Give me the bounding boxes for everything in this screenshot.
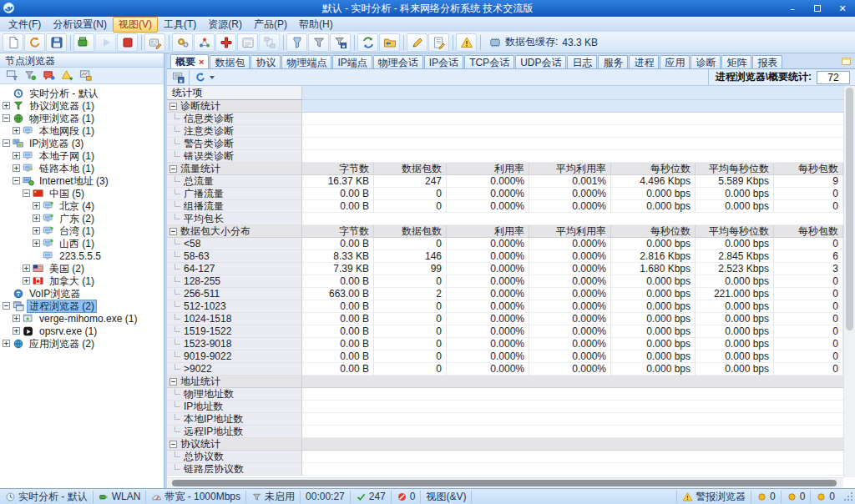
menu-item-4[interactable]: 工具(T) (158, 17, 202, 33)
tree-item-label[interactable]: Internet地址 (3) (38, 175, 110, 187)
tree-item[interactable]: +opsrv.exe (1) (0, 325, 164, 337)
tab-1[interactable]: 概要× (170, 54, 209, 68)
expand-icon[interactable]: + (33, 214, 40, 222)
tree-item[interactable]: −Internet地址 (3) (0, 174, 164, 187)
tree-item[interactable]: +verge-mihomo.exe (1) (0, 312, 164, 325)
tab-2[interactable]: 数据包 (210, 55, 250, 68)
tree-item[interactable]: −进程浏览器 (2) (0, 300, 164, 312)
advanced-filter-button[interactable] (23, 68, 38, 83)
column-header[interactable]: 每秒位数 (611, 225, 696, 238)
tree-item[interactable]: VoIP浏览器 (0, 287, 164, 300)
tree-item[interactable]: +协议浏览器 (1) (0, 99, 164, 112)
tree-item-label[interactable]: 美国 (2) (48, 263, 86, 275)
tree-item[interactable]: +链路本地 (1) (0, 162, 164, 174)
column-header[interactable]: 平均每秒位数 (696, 163, 774, 175)
tab-3[interactable]: 协议 (250, 55, 281, 68)
expand-icon[interactable]: + (23, 277, 30, 285)
column-header[interactable]: 平均利用率 (529, 163, 611, 175)
tree-item[interactable]: +本地网段 (1) (0, 124, 164, 137)
reopen-button[interactable] (24, 33, 45, 52)
maximize-button[interactable] (805, 0, 830, 17)
tree-item-label[interactable]: 中国 (5) (48, 188, 86, 199)
column-header[interactable]: 利用率 (447, 163, 529, 175)
collapse-icon[interactable]: − (169, 441, 177, 448)
expand-icon[interactable]: + (33, 227, 40, 234)
tab-14[interactable]: 诊断 (691, 55, 721, 68)
column-header[interactable]: 数据包数 (374, 225, 447, 238)
menu-item-1[interactable]: 文件(F) (3, 17, 47, 33)
tree-item[interactable]: +山西 (1) (0, 237, 164, 249)
expand-icon[interactable]: + (13, 164, 20, 172)
status-view-menu[interactable]: 视图(&V) (421, 491, 472, 503)
tree-item-label[interactable]: 链路本地 (1) (38, 163, 96, 174)
horizontal-scrollbar-thumb[interactable] (172, 480, 837, 486)
close-button[interactable]: ✕ (830, 0, 855, 17)
edit-button[interactable] (407, 33, 428, 52)
tree-item[interactable]: +广东 (2) (0, 212, 164, 224)
expand-icon[interactable]: + (3, 340, 10, 347)
tab-11[interactable]: 服务 (598, 55, 628, 68)
collapse-icon[interactable]: − (169, 103, 177, 110)
expand-icon[interactable]: + (13, 327, 20, 335)
menu-item-6[interactable]: 产品(P) (248, 17, 293, 33)
adapter-button[interactable] (73, 33, 94, 52)
tree-item[interactable]: +台湾 (1) (0, 224, 164, 237)
tab-15[interactable]: 矩阵 (721, 55, 751, 68)
tab-5[interactable]: IP端点 (332, 55, 372, 68)
menu-item-3[interactable]: 视图(V) (113, 17, 158, 33)
tree-item[interactable]: 实时分析 - 默认 (0, 87, 164, 99)
packet-filter-button[interactable] (308, 33, 329, 52)
tree-item-label[interactable]: 进程浏览器 (2) (28, 300, 96, 312)
tree-item-label[interactable]: 本地子网 (1) (38, 150, 96, 162)
collapse-icon[interactable]: − (23, 189, 30, 197)
tab-9[interactable]: UDP会话 (515, 55, 566, 68)
add-alarm-button[interactable] (59, 68, 74, 83)
menu-item-7[interactable]: 帮助(H) (293, 17, 339, 33)
column-header[interactable]: 平均每秒位数 (696, 225, 774, 238)
collapse-icon[interactable]: − (169, 228, 177, 235)
vertical-scrollbar[interactable] (843, 86, 855, 477)
new-analysis-button[interactable] (3, 33, 23, 52)
tree-item[interactable]: +北京 (4) (0, 199, 164, 212)
minimize-button[interactable]: – (780, 0, 805, 17)
tab-7[interactable]: IP会话 (424, 55, 463, 68)
tree-item-label[interactable]: 台湾 (1) (58, 225, 96, 237)
tree-item-label[interactable]: 北京 (4) (58, 200, 96, 212)
tree-item-label[interactable]: 实时分析 - 默认 (28, 88, 100, 99)
collapse-icon[interactable]: − (3, 114, 10, 122)
collapse-icon[interactable]: − (3, 302, 10, 310)
tree-item-label[interactable]: 协议浏览器 (1) (28, 100, 96, 112)
expand-icon[interactable]: + (3, 102, 10, 109)
tab-list-icon[interactable] (841, 56, 852, 67)
tab-6[interactable]: 物理会话 (373, 55, 423, 68)
column-view-button[interactable] (286, 33, 307, 52)
horizontal-scrollbar[interactable] (167, 477, 843, 488)
make-graph-button[interactable] (78, 68, 93, 83)
tree-item-label[interactable]: IP浏览器 (3) (28, 138, 85, 149)
tree-item[interactable]: +应用浏览器 (2) (0, 337, 164, 350)
collapse-icon[interactable]: − (13, 177, 20, 184)
column-header[interactable]: 数据包数 (374, 163, 447, 175)
expand-icon[interactable]: + (23, 265, 30, 272)
analysis-settings-button[interactable] (172, 33, 193, 52)
analysis-profile-button[interactable] (144, 33, 165, 52)
packet-output-button[interactable] (379, 33, 400, 52)
log-output-button[interactable] (428, 33, 449, 52)
tree-item-label[interactable]: 223.5.5.5 (58, 250, 103, 262)
column-header[interactable]: 字节数 (302, 163, 374, 175)
name-table-button[interactable] (41, 68, 56, 83)
tree-item-label[interactable]: 加拿大 (1) (48, 275, 96, 287)
expand-icon[interactable]: + (13, 127, 20, 134)
refresh-button[interactable] (192, 70, 209, 84)
tree-item[interactable]: −中国 (5) (0, 187, 164, 199)
collapse-icon[interactable]: − (3, 139, 10, 147)
tree-item-label[interactable]: 物理浏览器 (1) (28, 113, 96, 124)
tab-13[interactable]: 应用 (660, 55, 690, 68)
expand-icon[interactable]: + (33, 239, 40, 247)
save-button[interactable] (46, 33, 67, 52)
column-header-item[interactable]: 统计项 (167, 86, 302, 100)
alarm-button[interactable] (456, 33, 477, 52)
resize-grip[interactable] (843, 491, 853, 501)
tree-item[interactable]: 223.5.5.5 (0, 249, 164, 262)
column-header[interactable]: 每秒包数 (774, 225, 843, 238)
